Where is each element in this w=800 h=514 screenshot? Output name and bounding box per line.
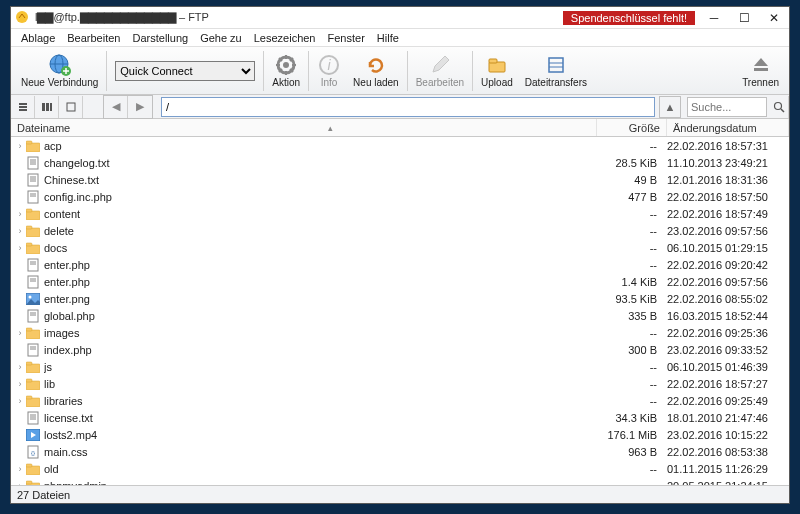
- file-size: 176.1 MiB: [597, 429, 667, 441]
- svg-rect-24: [26, 143, 40, 152]
- search-icon[interactable]: [769, 96, 789, 118]
- file-size: --: [597, 327, 667, 339]
- file-row[interactable]: enter.png93.5 KiB22.02.2016 08:55:02: [11, 290, 789, 307]
- search-input[interactable]: [687, 97, 767, 117]
- css-icon: {}: [25, 445, 41, 459]
- file-row[interactable]: enter.php--22.02.2016 09:20:42: [11, 256, 789, 273]
- svg-rect-75: [26, 481, 32, 484]
- file-row[interactable]: ›docs--06.10.2015 01:29:15: [11, 239, 789, 256]
- maximize-button[interactable]: ☐: [729, 7, 759, 29]
- col-name[interactable]: Dateiname▴: [11, 119, 597, 136]
- col-size[interactable]: Größe: [597, 119, 667, 136]
- gear-icon: [274, 53, 298, 77]
- file-size: --: [597, 225, 667, 237]
- transfers-button[interactable]: Dateitransfers: [519, 48, 593, 94]
- file-name: main.css: [44, 446, 597, 458]
- file-row[interactable]: config.inc.php477 B22.02.2016 18:57:50: [11, 188, 789, 205]
- folder-icon: [25, 139, 41, 153]
- eject-icon: [749, 53, 773, 77]
- folder-icon: [25, 377, 41, 391]
- upload-button[interactable]: Upload: [475, 48, 519, 94]
- view-list-icon[interactable]: [11, 96, 35, 118]
- toolbar: Neue Verbindung Quick Connect Aktion i I…: [11, 47, 789, 95]
- file-date: 01.11.2015 11:26:29: [667, 463, 789, 475]
- file-row[interactable]: changelog.txt28.5 KiB11.10.2013 23:49:21: [11, 154, 789, 171]
- disconnect-button[interactable]: Trennen: [736, 48, 785, 94]
- folder-icon: [25, 360, 41, 374]
- menu-fenster[interactable]: Fenster: [322, 31, 371, 45]
- file-row[interactable]: ›images--22.02.2016 09:25:36: [11, 324, 789, 341]
- file-row[interactable]: ›libraries--22.02.2016 09:25:49: [11, 392, 789, 409]
- file-row[interactable]: enter.php1.4 KiB22.02.2016 09:57:56: [11, 273, 789, 290]
- col-date[interactable]: Änderungsdatum: [667, 119, 789, 136]
- expand-icon[interactable]: ›: [15, 243, 25, 253]
- expand-icon[interactable]: ›: [15, 141, 25, 151]
- nav-forward-button[interactable]: ▶: [128, 96, 152, 118]
- file-row[interactable]: ›lib--22.02.2016 18:57:27: [11, 375, 789, 392]
- file-row[interactable]: {}main.css963 B22.02.2016 08:53:38: [11, 443, 789, 460]
- file-row[interactable]: ›js--06.10.2015 01:46:39: [11, 358, 789, 375]
- minimize-button[interactable]: ─: [699, 7, 729, 29]
- expand-icon[interactable]: ›: [15, 226, 25, 236]
- info-icon: i: [317, 53, 341, 77]
- svg-rect-61: [26, 381, 40, 390]
- ftp-window: l▇▇@ftp.▇▇▇▇▇▇▇▇▇▇▇▇ – FTP Spendenschlüs…: [10, 6, 790, 504]
- file-row[interactable]: ›acp--22.02.2016 18:57:31: [11, 137, 789, 154]
- menu-hilfe[interactable]: Hilfe: [371, 31, 405, 45]
- expand-icon[interactable]: ›: [15, 328, 25, 338]
- file-name: libraries: [44, 395, 597, 407]
- view-misc-icon[interactable]: [59, 96, 83, 118]
- nav-bar: ◀ ▶ ▲: [11, 95, 789, 119]
- action-button[interactable]: Aktion: [266, 48, 306, 94]
- menu-ablage[interactable]: Ablage: [15, 31, 61, 45]
- file-size: --: [597, 208, 667, 220]
- edit-button[interactable]: Bearbeiten: [410, 48, 470, 94]
- expand-icon[interactable]: ›: [15, 209, 25, 219]
- file-name: lib: [44, 378, 597, 390]
- menu-geheuzu[interactable]: Gehe zu: [194, 31, 248, 45]
- file-size: --: [597, 242, 667, 254]
- quick-connect-select[interactable]: Quick Connect: [115, 61, 255, 81]
- close-button[interactable]: ✕: [759, 7, 789, 29]
- quick-connect-dropdown[interactable]: Quick Connect: [115, 61, 255, 81]
- file-list[interactable]: ›acp--22.02.2016 18:57:31changelog.txt28…: [11, 137, 789, 485]
- file-date: 16.03.2015 18:52:44: [667, 310, 789, 322]
- path-input[interactable]: [161, 97, 655, 117]
- view-columns-icon[interactable]: [35, 96, 59, 118]
- info-button[interactable]: i Info: [311, 48, 347, 94]
- menu-lesezeichen[interactable]: Lesezeichen: [248, 31, 322, 45]
- file-date: 06.10.2015 01:46:39: [667, 361, 789, 373]
- menu-darstellung[interactable]: Darstellung: [126, 31, 194, 45]
- svg-point-22: [774, 102, 781, 109]
- nav-up-button[interactable]: ▲: [659, 96, 681, 118]
- nav-back-button[interactable]: ◀: [104, 96, 128, 118]
- expand-icon[interactable]: ›: [15, 362, 25, 372]
- toolbar-separator: [407, 51, 408, 91]
- svg-rect-38: [26, 209, 32, 212]
- file-name: changelog.txt: [44, 157, 597, 169]
- file-row[interactable]: ›old--01.11.2015 11:26:29: [11, 460, 789, 477]
- file-row[interactable]: ›phpmyadmin--20.05.2015 21:24:15: [11, 477, 789, 485]
- reload-button[interactable]: Neu laden: [347, 48, 405, 94]
- file-size: 963 B: [597, 446, 667, 458]
- expand-icon[interactable]: ›: [15, 379, 25, 389]
- file-row[interactable]: losts2.mp4176.1 MiB23.02.2016 10:15:22: [11, 426, 789, 443]
- file-row[interactable]: Chinese.txt49 B12.01.2016 18:31:36: [11, 171, 789, 188]
- file-row[interactable]: ›delete--23.02.2016 09:57:56: [11, 222, 789, 239]
- upload-icon: [485, 53, 509, 77]
- expand-icon[interactable]: ›: [15, 464, 25, 474]
- new-connection-button[interactable]: Neue Verbindung: [15, 48, 104, 94]
- svg-rect-46: [28, 276, 38, 288]
- svg-rect-42: [26, 243, 32, 246]
- file-row[interactable]: license.txt34.3 KiB18.01.2010 21:47:46: [11, 409, 789, 426]
- file-row[interactable]: global.php335 B16.03.2015 18:52:44: [11, 307, 789, 324]
- menu-bearbeiten[interactable]: Bearbeiten: [61, 31, 126, 45]
- expand-icon[interactable]: ›: [15, 396, 25, 406]
- file-row[interactable]: index.php300 B23.02.2016 09:33:52: [11, 341, 789, 358]
- svg-rect-63: [26, 398, 40, 407]
- donation-alert[interactable]: Spendenschlüssel fehlt!: [563, 11, 695, 25]
- file-row[interactable]: ›content--22.02.2016 18:57:49: [11, 205, 789, 222]
- file-size: --: [597, 463, 667, 475]
- file-date: 23.02.2016 10:15:22: [667, 429, 789, 441]
- file-size: 477 B: [597, 191, 667, 203]
